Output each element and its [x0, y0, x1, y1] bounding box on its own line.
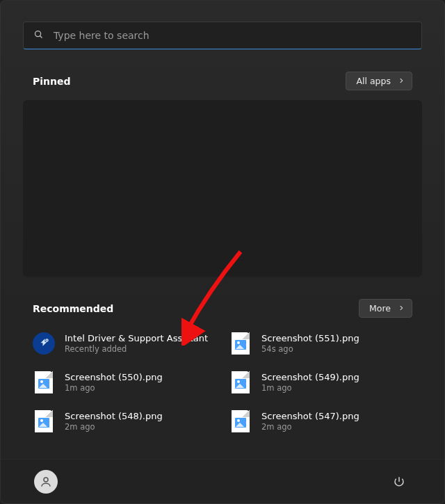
svg-point-3 — [44, 478, 48, 482]
recommended-item-title: Screenshot (549).png — [261, 372, 359, 383]
intel-icon — [33, 332, 55, 355]
recommended-item[interactable]: Screenshot (549).png 1m ago — [229, 371, 412, 394]
recommended-item[interactable]: Screenshot (551).png 54s ago — [229, 332, 412, 355]
recommended-title: Recommended — [33, 303, 113, 314]
recommended-item[interactable]: Screenshot (547).png 2m ago — [229, 409, 412, 433]
recommended-item[interactable]: Screenshot (548).png 2m ago — [33, 409, 216, 433]
start-menu-content: Pinned All apps Recommended More — [1, 1, 444, 459]
power-button[interactable] — [387, 470, 411, 494]
more-button[interactable]: More — [359, 299, 412, 318]
recommended-item-subtitle: 1m ago — [261, 383, 359, 393]
recommended-item-title: Screenshot (550).png — [65, 372, 163, 383]
recommended-header: Recommended More — [33, 299, 412, 318]
recommended-item-title: Intel Driver & Support Assistant — [65, 333, 208, 344]
recommended-item[interactable]: Screenshot (550).png 1m ago — [33, 371, 216, 394]
recommended-item-subtitle: 54s ago — [261, 344, 359, 354]
all-apps-button[interactable]: All apps — [346, 72, 412, 90]
chevron-right-icon — [398, 303, 405, 314]
start-footer — [1, 459, 444, 503]
recommended-item-title: Screenshot (551).png — [261, 333, 359, 344]
more-label: More — [369, 303, 391, 314]
search-box[interactable] — [23, 22, 422, 49]
user-avatar[interactable] — [34, 470, 58, 494]
pinned-title: Pinned — [33, 76, 71, 87]
image-file-icon — [229, 371, 252, 393]
recommended-item-subtitle: Recently added — [65, 344, 208, 354]
recommended-item-subtitle: 2m ago — [261, 422, 359, 432]
recommended-item-subtitle: 1m ago — [65, 383, 163, 393]
search-input[interactable] — [54, 30, 412, 41]
svg-line-1 — [40, 35, 42, 38]
recommended-item-subtitle: 2m ago — [65, 422, 163, 432]
image-file-icon — [33, 371, 55, 393]
svg-point-2 — [46, 339, 48, 341]
search-icon — [33, 29, 44, 42]
recommended-item-title: Screenshot (548).png — [65, 411, 163, 422]
image-file-icon — [229, 410, 252, 432]
chevron-right-icon — [398, 76, 405, 86]
recommended-grid: Intel Driver & Support Assistant Recentl… — [23, 327, 422, 433]
pinned-header: Pinned All apps — [33, 72, 412, 90]
start-menu: Pinned All apps Recommended More — [0, 0, 445, 504]
svg-point-0 — [35, 31, 41, 36]
image-file-icon — [33, 410, 55, 432]
image-file-icon — [229, 332, 252, 355]
all-apps-label: All apps — [356, 76, 391, 86]
pinned-apps-area — [23, 100, 422, 277]
recommended-item[interactable]: Intel Driver & Support Assistant Recentl… — [33, 332, 216, 355]
recommended-item-title: Screenshot (547).png — [261, 411, 359, 422]
